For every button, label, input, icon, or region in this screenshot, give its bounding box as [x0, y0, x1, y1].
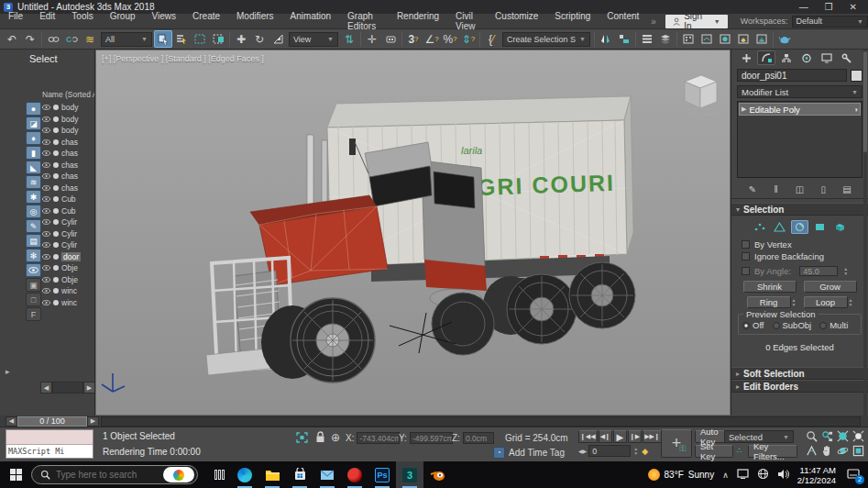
scroll-track[interactable] [52, 382, 83, 394]
visibility-eye-icon[interactable] [42, 150, 50, 156]
menu-group[interactable]: Group [102, 11, 144, 31]
workspace-select[interactable]: Default ▼ [792, 16, 868, 28]
subobj-element-button[interactable] [831, 220, 849, 234]
visibility-eye-icon[interactable] [42, 254, 50, 260]
visibility-eye-icon[interactable] [42, 288, 50, 294]
align-button[interactable] [615, 30, 633, 48]
visibility-eye-icon[interactable] [42, 208, 50, 214]
track-bar[interactable] [101, 416, 861, 427]
visibility-eye-icon[interactable] [42, 242, 50, 248]
preview-off-radio[interactable]: Off [742, 320, 764, 330]
z-coordinate-field[interactable]: 0.0cm [463, 432, 494, 444]
loop-button[interactable]: Loop [804, 296, 848, 308]
named-selection-set-select[interactable]: Create Selection Se▼ [502, 32, 590, 47]
rendered-frame-window-button[interactable] [753, 30, 771, 48]
subobj-polygon-button[interactable] [811, 220, 829, 234]
menu-overflow-icon[interactable]: » [647, 17, 660, 27]
visibility-eye-icon[interactable] [42, 231, 50, 237]
taskbar-file-explorer[interactable] [258, 461, 286, 488]
taskbar-blender[interactable] [423, 461, 451, 488]
reference-coordinate-select[interactable]: View▼ [289, 32, 338, 47]
maximize-viewport-icon[interactable] [851, 444, 865, 458]
object-name[interactable]: winc [61, 286, 77, 295]
key-steps-icon[interactable]: ◆ [642, 447, 648, 456]
menu-views[interactable]: Views [144, 11, 185, 31]
front-wheels[interactable] [261, 293, 494, 383]
visibility-icon[interactable]: ◑ [853, 105, 858, 114]
render-production-button[interactable] [775, 30, 794, 48]
filter-sets-icon[interactable]: F [26, 307, 41, 321]
explorer-row[interactable]: chas [42, 183, 95, 194]
object-name[interactable]: Cylir [61, 217, 77, 227]
visibility-eye-icon[interactable] [42, 185, 50, 191]
object-name[interactable]: winc [61, 298, 77, 307]
scroll-left-icon[interactable]: ◀ [40, 382, 52, 394]
explorer-row[interactable]: door [42, 251, 95, 263]
explorer-expand-icon[interactable]: ▸ [5, 367, 10, 376]
menu-civil-view[interactable]: Civil View [447, 11, 487, 31]
viewport-label[interactable]: [+] [Perspective ] [Standard ] [Edged Fa… [102, 54, 264, 63]
mirror-button[interactable] [597, 30, 615, 48]
filter-objects-icon[interactable]: □ [26, 293, 41, 306]
visibility-eye-icon[interactable] [42, 196, 50, 202]
menu-graph-editors[interactable]: Graph Editors [339, 11, 389, 31]
filter-helpers-icon[interactable]: ◣ [26, 161, 41, 174]
field-of-view-icon[interactable] [804, 444, 819, 458]
configure-modifier-sets-button[interactable]: ▤ [840, 183, 854, 195]
copilot-icon[interactable] [163, 467, 194, 482]
next-frame-button[interactable]: ❙▶ [628, 430, 642, 443]
y-coordinate-field[interactable]: -499.597cm [410, 432, 453, 444]
menu-tools[interactable]: Tools [63, 11, 101, 31]
filter-containers-icon[interactable]: ▤ [26, 234, 41, 248]
menu-modifiers[interactable]: Modifiers [228, 11, 282, 31]
keyboard-override-button[interactable] [381, 30, 400, 48]
filter-lights-icon[interactable]: ♦ [26, 131, 41, 145]
filter-particles-icon[interactable]: ✱ [26, 190, 41, 204]
explorer-hscrollbar[interactable]: ◀ ▶ [40, 382, 95, 394]
key-filters-paw-icon[interactable]: ∴ [737, 446, 742, 455]
time-slider-handle[interactable]: 0 / 100 [17, 416, 87, 427]
angle-snap-button[interactable]: ∠? [423, 30, 441, 48]
explorer-row[interactable]: body [42, 125, 95, 137]
filter-ik-icon[interactable]: ✎ [26, 219, 41, 233]
filter-materials-icon[interactable]: ▣ [26, 278, 41, 292]
explorer-row[interactable]: Cylir [42, 228, 95, 240]
filter-frozen-icon[interactable]: ✻ [26, 249, 41, 262]
set-keys-button[interactable]: +⚿ [661, 429, 692, 458]
frame-spinner-icon[interactable]: ▲▼ [633, 447, 638, 456]
selection-filter-select[interactable]: All▼ [101, 32, 152, 47]
object-name[interactable]: body [61, 126, 78, 135]
maxscript-listener-pane[interactable]: MAXScript Mi [6, 445, 93, 458]
menu-create[interactable]: Create [184, 11, 228, 31]
tab-display[interactable] [818, 50, 836, 65]
scene-explorer-button[interactable] [656, 30, 675, 48]
taskbar-search[interactable] [31, 465, 198, 484]
set-key-button[interactable]: Set Key [695, 445, 733, 458]
select-and-move-button[interactable]: ✚ [232, 30, 250, 48]
object-name[interactable]: Cylir [61, 229, 77, 238]
key-filters-button[interactable]: Key Filters... [748, 445, 797, 458]
object-name[interactable]: Cylir [61, 240, 77, 250]
rollout-soft-selection[interactable]: ▸ Soft Selection [731, 367, 868, 380]
select-by-name-button[interactable] [172, 30, 191, 48]
next-frame-icon[interactable]: ▶ [87, 416, 99, 427]
percent-snap-button[interactable]: %? [441, 30, 459, 48]
explorer-row[interactable]: chas [42, 160, 95, 172]
explorer-row[interactable]: Cylir [42, 239, 95, 251]
visibility-eye-icon[interactable] [42, 173, 50, 179]
select-and-scale-button[interactable] [269, 30, 287, 48]
modifier-list-select[interactable]: Modifier List ▼ [737, 85, 863, 98]
x-coordinate-field[interactable]: -743.404cm [357, 432, 400, 444]
sign-in-button[interactable]: Sign In ▼ [665, 15, 728, 28]
tab-utilities[interactable] [838, 50, 856, 65]
weather-widget[interactable]: 83°F Sunny [648, 469, 715, 481]
minimize-button[interactable]: — [799, 2, 808, 12]
orbit-icon[interactable] [835, 444, 850, 458]
loop-spinner-icon[interactable]: ▲▼ [849, 298, 853, 307]
stack-item-editable-poly[interactable]: ▶ Editable Poly ◑ [739, 103, 861, 116]
explorer-column-header[interactable]: Name (Sorted A [42, 90, 95, 99]
isolate-selection-icon[interactable] [296, 432, 308, 443]
previous-frame-button[interactable]: ◀❙ [599, 430, 612, 443]
window-crossing-button[interactable] [209, 30, 227, 48]
subobj-vertex-button[interactable] [751, 220, 768, 234]
